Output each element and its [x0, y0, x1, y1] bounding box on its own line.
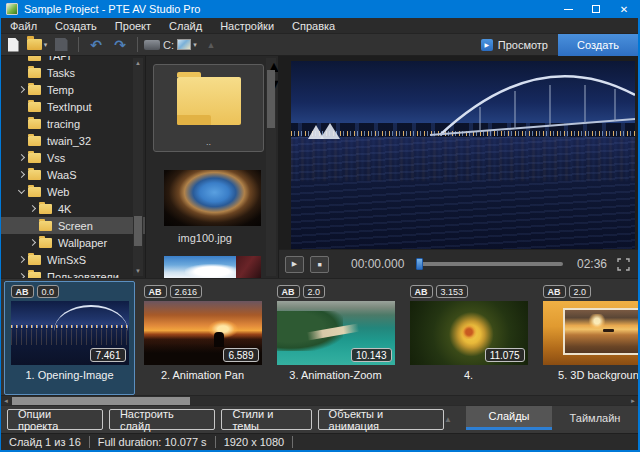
menu-create[interactable]: Создать	[46, 18, 106, 34]
chevron-down-icon[interactable]	[16, 186, 28, 198]
objects-animation-button[interactable]: Объекты и анимация	[318, 409, 444, 430]
slide-settings-button[interactable]: Настроить слайд	[109, 409, 216, 430]
scroll-down-icon[interactable]: ▼	[133, 266, 143, 276]
tree-scrollbar[interactable]: ▲ ▼	[133, 58, 143, 276]
minimize-button[interactable]	[554, 0, 582, 18]
folder-up-button[interactable]: ▲	[200, 35, 222, 55]
redo-button[interactable]: ↷	[109, 35, 131, 55]
chevron-right-icon[interactable]	[16, 254, 28, 266]
tab-slides[interactable]: Слайды	[466, 406, 552, 430]
folder-icon	[28, 255, 41, 265]
slide-thumbnail[interactable]: 7.461	[11, 301, 129, 365]
tree-item-4k[interactable]: 4K	[1, 200, 145, 217]
folder-icon	[28, 119, 41, 129]
slide-thumbnail[interactable]: 1	[543, 301, 639, 365]
slide-thumbnail[interactable]: 10.143	[277, 301, 395, 365]
stop-button[interactable]: ■	[310, 256, 329, 273]
chevron-right-icon[interactable]	[16, 84, 28, 96]
collapse-panel-icon[interactable]: ▲	[444, 415, 452, 424]
slide-thumbnail[interactable]: 11.075	[410, 301, 528, 365]
tree-item-waas[interactable]: WaaS	[1, 166, 145, 183]
play-button[interactable]: ▶	[285, 256, 304, 273]
save-button[interactable]	[50, 35, 72, 55]
chevron-right-icon[interactable]	[16, 169, 28, 181]
slide-thumbnail[interactable]: 6.589	[144, 301, 262, 365]
slide-4[interactable]: AB 3.153 11.075 4.	[403, 281, 534, 395]
undo-button[interactable]: ↶	[85, 35, 107, 55]
folder-icon	[39, 204, 52, 214]
tree-item-winsxs[interactable]: WinSxS	[1, 251, 145, 268]
drive-select-button[interactable]: C:	[144, 35, 174, 55]
seek-bar[interactable]	[416, 262, 563, 266]
scroll-left-icon[interactable]: ◄	[1, 396, 11, 406]
new-project-button[interactable]	[2, 35, 24, 55]
menu-slide[interactable]: Слайд	[160, 18, 211, 34]
files-scrollbar-thumb[interactable]	[267, 70, 275, 128]
slide-5[interactable]: AB 2.0 1 5. 3D background	[536, 281, 638, 395]
transition-time-badge[interactable]: 2.0	[303, 285, 326, 298]
slide-duration-badge[interactable]: 11.075	[485, 348, 525, 362]
tree-item-wallpaper[interactable]: Wallpaper	[1, 234, 145, 251]
ab-transition-badge[interactable]: AB	[11, 285, 34, 298]
close-button[interactable]: ✕	[610, 0, 638, 18]
tree-item-label: Пользователи	[47, 271, 119, 279]
chevron-right-icon[interactable]	[27, 203, 39, 215]
maximize-button[interactable]	[582, 0, 610, 18]
fullscreen-button[interactable]	[617, 258, 630, 271]
ab-transition-badge[interactable]: AB	[277, 285, 300, 298]
chevron-right-icon[interactable]	[27, 237, 39, 249]
slide-duration-badge[interactable]: 6.589	[223, 348, 258, 362]
tree-item-screen[interactable]: Screen	[1, 217, 145, 234]
ab-transition-badge[interactable]: AB	[144, 285, 167, 298]
tree-item-tapi[interactable]: TAPI	[1, 56, 145, 64]
seek-thumb[interactable]	[416, 258, 423, 270]
file-thumbnail-img100[interactable]	[164, 170, 261, 226]
transition-time-badge[interactable]: 2.616	[170, 285, 203, 298]
transition-time-badge[interactable]: 3.153	[436, 285, 469, 298]
slide-label: 1. Opening-Image	[25, 369, 113, 381]
parent-folder-tile[interactable]: ..	[153, 64, 264, 152]
menu-settings[interactable]: Настройки	[211, 18, 283, 34]
file-thumbnail-partial[interactable]	[164, 256, 261, 278]
tree-item-web[interactable]: Web	[1, 183, 145, 200]
tree-item-label: TextInput	[47, 101, 92, 113]
tree-item-vss[interactable]: Vss	[1, 149, 145, 166]
styles-themes-button[interactable]: Стили и темы	[221, 409, 311, 430]
tree-item-tracing[interactable]: tracing	[1, 115, 145, 132]
create-button[interactable]: Создать	[558, 34, 638, 56]
menu-file[interactable]: Файл	[1, 18, 46, 34]
preview-button[interactable]: ▶ Просмотр	[471, 35, 558, 55]
menu-help[interactable]: Справка	[283, 18, 344, 34]
tree-item-textinput[interactable]: TextInput	[1, 98, 145, 115]
figure-art	[214, 332, 224, 347]
project-options-button[interactable]: Опции проекта	[7, 409, 103, 430]
files-scrollbar[interactable]: ▲ ▼	[266, 58, 276, 276]
transition-time-badge[interactable]: 0.0	[37, 285, 60, 298]
tree-item-users[interactable]: Пользователи	[1, 268, 145, 278]
slides-scrollbar-thumb[interactable]	[12, 397, 190, 405]
ab-transition-badge[interactable]: AB	[543, 285, 566, 298]
menu-project[interactable]: Проект	[106, 18, 160, 34]
scroll-up-icon[interactable]: ▲	[133, 58, 143, 68]
slide-duration-badge[interactable]: 10.143	[351, 348, 392, 362]
transition-time-badge[interactable]: 2.0	[569, 285, 592, 298]
tree-item-label: tracing	[47, 118, 80, 130]
tree-item-tasks[interactable]: Tasks	[1, 64, 145, 81]
folder-tree: TAPI Tasks Temp TextInput tracing twain_…	[1, 56, 145, 278]
minimize-icon	[564, 9, 573, 10]
tree-item-twain32[interactable]: twain_32	[1, 132, 145, 149]
chevron-right-icon[interactable]	[16, 152, 28, 164]
chevron-right-icon[interactable]	[16, 271, 28, 279]
slide-duration-badge[interactable]: 7.461	[90, 348, 125, 362]
tree-item-temp[interactable]: Temp	[1, 81, 145, 98]
tab-timeline[interactable]: Таймлайн	[552, 406, 638, 430]
slide-3[interactable]: AB 2.0 10.143 3. Animation-Zoom	[270, 281, 401, 395]
tree-scrollbar-thumb[interactable]	[134, 216, 142, 246]
ab-transition-badge[interactable]: AB	[410, 285, 433, 298]
slide-1[interactable]: AB 0.0 7.461 1. Opening-Image	[4, 281, 135, 395]
slides-scrollbar[interactable]: ◄ ►	[1, 395, 638, 405]
open-project-button[interactable]: ▾	[26, 35, 48, 55]
scroll-right-icon[interactable]: ►	[628, 396, 638, 406]
slide-2[interactable]: AB 2.616 6.589 2. Animation Pan	[137, 281, 268, 395]
view-mode-button[interactable]: ▾	[176, 35, 198, 55]
